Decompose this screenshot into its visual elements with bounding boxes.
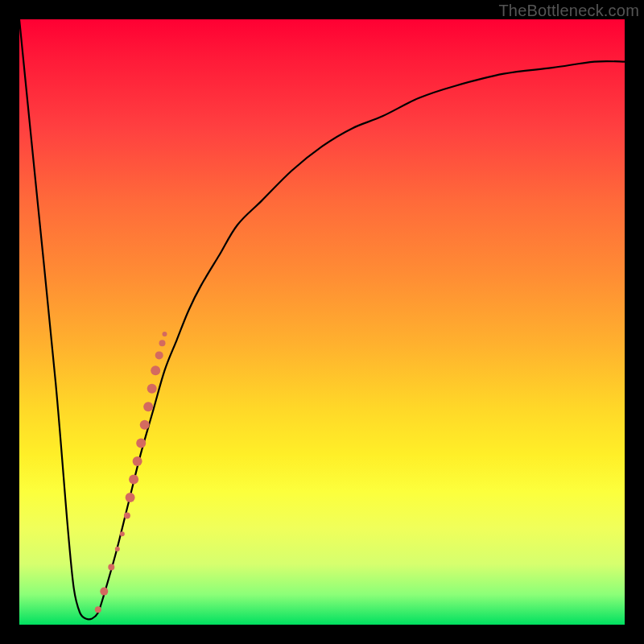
marker-cluster	[95, 332, 167, 613]
data-point	[155, 351, 163, 359]
watermark-label: TheBottleneck.com	[498, 2, 639, 20]
chart-svg	[19, 19, 625, 625]
plot-area	[19, 19, 625, 625]
data-point	[143, 402, 153, 411]
data-point	[126, 493, 135, 502]
data-point	[133, 456, 142, 466]
data-point	[151, 365, 160, 375]
data-point	[124, 513, 130, 519]
data-point	[115, 547, 120, 551]
data-point	[100, 588, 108, 596]
data-point	[136, 438, 146, 448]
bottleneck-curve	[19, 19, 625, 619]
data-point	[129, 475, 138, 485]
data-point	[120, 531, 125, 536]
data-point	[140, 420, 150, 430]
data-point	[159, 340, 166, 346]
data-point	[163, 332, 167, 336]
chart-frame: TheBottleneck.com	[0, 0, 644, 644]
data-point	[95, 606, 101, 613]
data-point	[147, 384, 157, 394]
data-point	[108, 564, 114, 571]
